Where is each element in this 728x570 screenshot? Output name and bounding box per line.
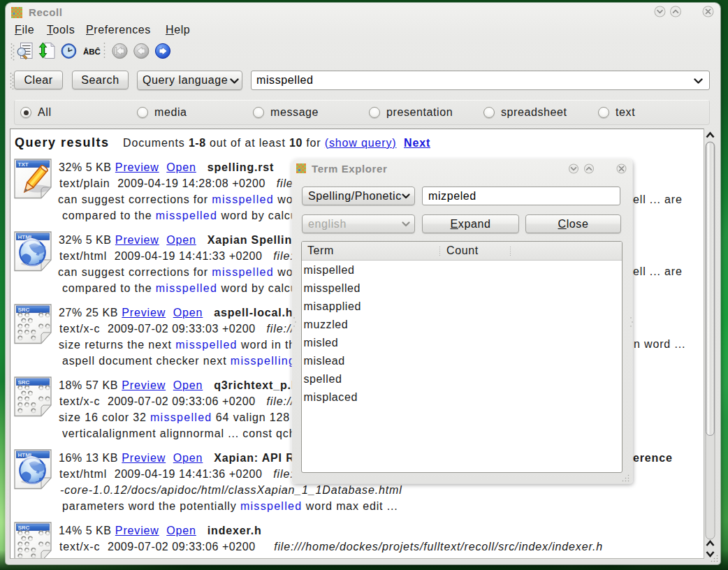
svg-text:SRC: SRC	[18, 379, 30, 386]
svg-text:SRC: SRC	[18, 307, 30, 313]
svg-text:ÅBĈ: ÅBĈ	[83, 48, 101, 56]
svg-text:SRC: SRC	[18, 525, 30, 531]
svg-text:TXT: TXT	[18, 161, 29, 168]
